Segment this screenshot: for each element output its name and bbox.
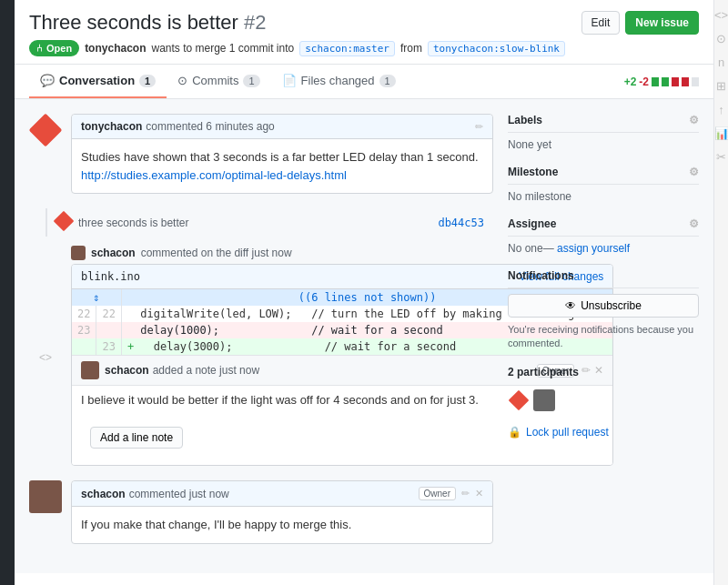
head-branch[interactable]: tonychacon:slow-blink: [428, 41, 565, 56]
diff-ln1-2: [72, 338, 96, 355]
new-issue-button[interactable]: New issue: [625, 11, 699, 35]
diff-commenter-name: schacon: [91, 247, 136, 259]
inline-note-action: added a note just now: [153, 364, 259, 377]
tab-commits[interactable]: ⊙ Commits 1: [167, 65, 270, 98]
comment-header-2: schacon commented just now Owner ✏ ✕: [72, 481, 492, 507]
diamond-icon: [29, 114, 63, 147]
pr-thread: tonychacon commented 6 minutes ago ✏ Stu…: [29, 114, 493, 559]
left-nav: [0, 0, 15, 585]
sidebar-participants-section: 2 participants: [508, 366, 699, 411]
comment-box-1: tonychacon commented 6 minutes ago ✏ Stu…: [71, 114, 493, 194]
commit-hash[interactable]: db44c53: [438, 217, 484, 229]
diff-code-icon: <>: [39, 351, 52, 364]
pr-title-text: Three seconds is better: [29, 11, 238, 34]
comment-author-1[interactable]: tonychacon: [81, 120, 142, 133]
pr-header: Three seconds is better #2 Edit New issu…: [15, 0, 713, 65]
comment-header-left-1: tonychacon commented 6 minutes ago: [81, 120, 275, 133]
nav-up-icon[interactable]: ↑: [714, 102, 729, 116]
tab-conversation-count: 1: [139, 75, 156, 87]
nav-user-icon[interactable]: n: [714, 55, 729, 69]
inline-note-author: schacon: [105, 364, 149, 377]
sidebar-assignee-section: Assignee ⚙ No one— assign yourself: [508, 217, 699, 255]
edit-comment-icon-2[interactable]: ✏: [461, 488, 470, 499]
diff-comment-wrapper: <> schacon commented on the diff just no…: [29, 246, 493, 466]
merge-icon: ⑃: [36, 43, 43, 54]
lock-link-text: Lock pull request: [526, 426, 609, 439]
stat-block-2: [662, 77, 669, 86]
participant-tonychacon: [508, 389, 530, 411]
base-branch[interactable]: schacon:master: [299, 41, 395, 56]
pr-number: #2: [244, 11, 266, 34]
status-badge: ⑃ Open: [29, 40, 79, 56]
participant-diamond-icon: [509, 389, 530, 410]
nav-code-icon[interactable]: <>: [714, 7, 729, 22]
diff-line-icon: <>: [29, 246, 62, 466]
stat-deletions: -2: [639, 76, 649, 88]
tab-files-label: Files changed: [301, 74, 375, 87]
unsubscribe-label: Unsubscribe: [581, 299, 642, 312]
comment-time-1: commented 6 minutes ago: [146, 120, 274, 133]
unsubscribe-button[interactable]: 👁 Unsubscribe: [508, 294, 699, 318]
nav-tools-icon[interactable]: ✂: [714, 149, 729, 164]
nav-clock-icon[interactable]: ⊙: [714, 31, 729, 45]
tab-files-count: 1: [379, 75, 396, 87]
tab-commits-count: 1: [243, 75, 259, 87]
stat-block-3: [672, 77, 679, 86]
commit-message[interactable]: three seconds is better: [78, 217, 188, 229]
comment-body-2: If you make that change, I'll be happy t…: [72, 507, 492, 543]
assign-yourself-link[interactable]: assign yourself: [557, 242, 630, 255]
pr-body: tonychacon commented 6 minutes ago ✏ Stu…: [15, 99, 713, 573]
diff-comment-time: commented on the diff just now: [141, 247, 292, 259]
stat-block-1: [652, 77, 659, 86]
comment-header-left-2: schacon commented just now: [81, 488, 229, 500]
commit-line: three seconds is better db44c53: [46, 208, 493, 237]
comment-box-2: schacon commented just now Owner ✏ ✕ If …: [71, 480, 493, 544]
main-content: Three seconds is better #2 Edit New issu…: [15, 0, 713, 585]
diff-ln1-1: 23: [72, 322, 96, 338]
assignee-value: No one— assign yourself: [508, 242, 699, 255]
pr-meta-text: wants to merge 1 commit into: [151, 42, 294, 55]
diff-ln1-0: 22: [72, 306, 96, 322]
diff-ln2-0: 22: [96, 306, 121, 322]
comment-author-2[interactable]: schacon: [81, 488, 126, 500]
comment-tonychacon: tonychacon commented 6 minutes ago ✏ Stu…: [29, 114, 493, 194]
comment-text-2: If you make that change, I'll be happy t…: [81, 516, 483, 534]
pr-sidebar-right: Labels ⚙ None yet Milestone ⚙ No milesto…: [508, 114, 699, 559]
pr-tabs: 💬 Conversation 1 ⊙ Commits 1 📄 Files cha…: [15, 65, 713, 99]
nav-chart-icon[interactable]: 📊: [714, 126, 729, 140]
right-nav: <> ⊙ n ⊞ ↑ 📊 ✂: [713, 0, 728, 585]
nav-grid-icon[interactable]: ⊞: [714, 78, 729, 93]
labels-title: Labels: [508, 114, 542, 126]
comment-link-1[interactable]: http://studies.example.com/optimal-led-d…: [81, 168, 347, 182]
milestone-gear-icon[interactable]: ⚙: [689, 166, 699, 178]
sidebar-lock-section: 🔒 Lock pull request: [508, 426, 699, 439]
stat-additions: +2: [624, 76, 637, 88]
sidebar-labels-label: Labels ⚙: [508, 114, 699, 133]
tab-commits-label: Commits: [192, 74, 238, 87]
edit-comment-icon-1[interactable]: ✏: [475, 121, 483, 133]
sidebar-labels-section: Labels ⚙ None yet: [508, 114, 699, 151]
add-line-note-button[interactable]: Add a line note: [90, 427, 183, 449]
assignee-gear-icon[interactable]: ⚙: [689, 217, 699, 230]
pr-title: Three seconds is better #2: [29, 11, 267, 35]
labels-gear-icon[interactable]: ⚙: [689, 114, 699, 126]
diff-stats: +2 -2: [624, 76, 699, 88]
diff-ln2-2: 23: [96, 338, 121, 355]
pr-title-buttons: Edit New issue: [581, 11, 699, 35]
sidebar-milestone-label: Milestone ⚙: [508, 166, 699, 185]
edit-button[interactable]: Edit: [581, 11, 621, 35]
tab-conversation[interactable]: 💬 Conversation 1: [29, 65, 167, 98]
commits-icon: ⊙: [177, 74, 187, 87]
file-icon: 📄: [282, 74, 297, 87]
comment-body-1: Studies have shown that 3 seconds is a f…: [72, 139, 492, 193]
pr-meta: ⑃ Open tonychacon wants to merge 1 commi…: [29, 40, 699, 56]
tab-files-changed[interactable]: 📄 Files changed 1: [271, 65, 407, 98]
close-comment-icon-2[interactable]: ✕: [475, 488, 483, 499]
sidebar-milestone-section: Milestone ⚙ No milestone: [508, 166, 699, 203]
lock-pull-request-link[interactable]: 🔒 Lock pull request: [508, 426, 699, 439]
comment-actions-2: Owner ✏ ✕: [419, 487, 483, 500]
sidebar-notifications-label: Notifications: [508, 269, 699, 288]
chat-icon: 💬: [40, 74, 55, 87]
milestone-title: Milestone: [508, 166, 558, 178]
sidebar-notifications-section: Notifications 👁 Unsubscribe You're recei…: [508, 269, 699, 351]
